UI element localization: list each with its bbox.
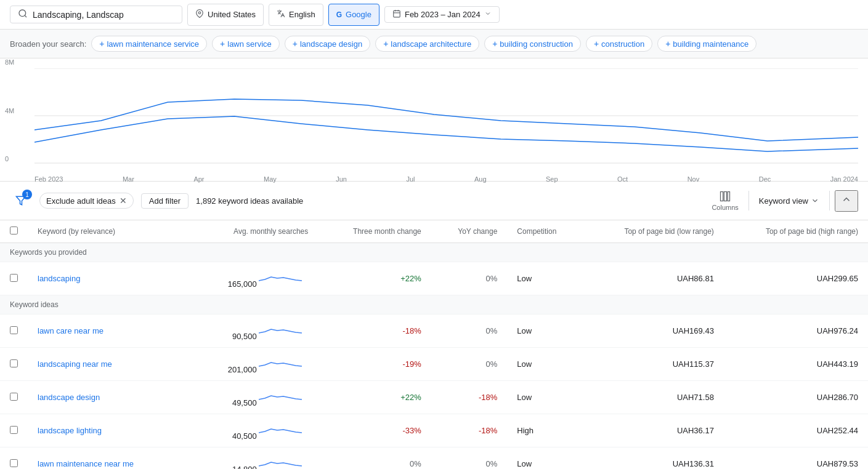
x-label-10: Dec [759,175,771,183]
add-filter-button[interactable]: Add filter [141,193,189,209]
broaden-tag-3[interactable]: + landscape architecture [375,36,479,52]
competition-cell: High [507,414,583,447]
competition-cell: Low [507,381,583,414]
broaden-tag-label-0: lawn maintenance service [107,39,199,49]
network-icon: G [336,10,342,19]
location-filter[interactable]: United States [187,4,264,26]
broaden-tag-label-4: building construction [500,39,573,49]
svg-rect-13 [728,192,729,201]
network-filter[interactable]: G Google [328,4,379,26]
location-icon [195,9,204,20]
col-bid-low[interactable]: Top of page bid (low range) [583,220,724,243]
row-checkbox-cell[interactable] [0,315,28,348]
filter-bar: 1 Exclude adult ideas ✕ Add filter 1,892… [0,182,868,220]
keyword-cell: landscaping [28,262,189,295]
keyword-name[interactable]: landscape lighting [38,426,102,435]
svg-line-1 [25,15,26,17]
x-label-6: Aug [474,175,487,183]
col-yoy[interactable]: YoY change [431,220,508,243]
row-checkbox[interactable] [10,393,18,401]
plus-icon-2: + [293,39,298,49]
exclude-adult-remove[interactable]: ✕ [120,196,127,206]
row-checkbox[interactable] [10,274,18,282]
date-filter[interactable]: Feb 2023 – Jan 2024 [384,6,500,23]
bid-high-cell: UAH299.65 [724,262,868,295]
col-avg-searches[interactable]: Avg. monthly searches [189,220,318,243]
table-body: Keywords you provided landscaping 165,00… [0,243,868,470]
filter-badge-count: 1 [22,190,32,199]
row-checkbox-cell[interactable] [0,348,28,381]
keyword-view-label: Keyword view [759,196,808,206]
keyword-cell: lawn care near me [28,315,189,348]
filter-badge: 1 [10,190,32,212]
broaden-tag-1[interactable]: + lawn service [212,36,280,52]
broaden-tag-0[interactable]: + lawn maintenance service [91,36,207,52]
row-checkbox[interactable] [10,459,18,467]
keyword-name[interactable]: lawn care near me [38,326,103,335]
three-month-cell: -33% [318,414,431,447]
select-all-checkbox[interactable] [10,226,18,235]
ideas-count: 1,892 keyword ideas available [196,196,699,206]
x-label-0: Feb 2023 [34,175,63,183]
broaden-tag-4[interactable]: + building construction [484,36,581,52]
avg-searches-cell: 40,500 [189,414,318,447]
col-bid-high[interactable]: Top of page bid (high range) [724,220,868,243]
yoy-cell: 0% [431,447,508,470]
yoy-cell: 0% [431,315,508,348]
keyword-view-button[interactable]: Keyword view [754,194,824,208]
bid-high-cell: UAH879.53 [724,447,868,470]
bid-low-cell: UAH115.37 [583,348,724,381]
row-checkbox[interactable] [10,326,18,334]
x-label-4: Jun [336,175,347,183]
broaden-tag-5[interactable]: + construction [586,36,652,52]
svg-rect-11 [721,192,723,201]
table-row: lawn care near me 90,500 -18% 0% Low UAH… [0,315,868,348]
svg-point-2 [198,12,201,14]
language-icon [277,9,285,20]
three-month-cell: -18% [318,315,431,348]
row-checkbox[interactable] [10,359,18,367]
row-checkbox-cell[interactable] [0,381,28,414]
row-checkbox[interactable] [10,426,18,434]
keyword-name[interactable]: landscaping near me [38,359,112,369]
columns-button[interactable]: Columns [707,188,743,214]
keyword-name[interactable]: landscape design [38,393,100,402]
svg-point-0 [19,10,26,17]
keyword-name[interactable]: lawn maintenance near me [38,459,134,468]
row-checkbox-cell[interactable] [0,414,28,447]
plus-icon-5: + [594,39,599,49]
search-icon [18,9,28,20]
avg-searches-cell: 165,000 [189,262,318,295]
chart-x-labels: Feb 2023 Mar Apr May Jun Jul Aug Sep Oct… [34,173,858,183]
three-month-cell: +22% [318,381,431,414]
broaden-tag-6[interactable]: + building maintenance [657,36,756,52]
collapse-button[interactable] [835,190,858,212]
search-box[interactable] [10,6,182,23]
broaden-tag-2[interactable]: + landscape design [285,36,370,52]
language-filter[interactable]: English [269,4,323,26]
broaden-tag-label-6: building maintenance [673,39,748,49]
row-checkbox-cell[interactable] [0,447,28,470]
bid-high-cell: UAH252.44 [724,414,868,447]
col-keyword[interactable]: Keyword (by relevance) [28,220,189,243]
x-label-2: Apr [193,175,204,183]
avg-searches-cell: 90,500 [189,315,318,348]
keyword-name[interactable]: landscaping [38,274,80,283]
x-label-3: May [264,175,277,183]
col-competition[interactable]: Competition [507,220,583,243]
broaden-tag-label-5: construction [601,39,644,49]
col-three-month[interactable]: Three month change [318,220,431,243]
avg-searches-cell: 49,500 [189,381,318,414]
chart-svg [34,68,858,164]
svg-rect-12 [724,192,726,201]
table-header-row: Keyword (by relevance) Avg. monthly sear… [0,220,868,243]
bid-low-cell: UAH71.58 [583,381,724,414]
select-all-header[interactable] [0,220,28,243]
svg-rect-3 [394,10,400,17]
y-label-4m: 4M [5,107,14,114]
bid-high-cell: UAH443.19 [724,348,868,381]
broaden-tag-label-1: lawn service [227,39,272,49]
competition-cell: Low [507,262,583,295]
row-checkbox-cell[interactable] [0,262,28,295]
search-input[interactable] [33,10,156,20]
